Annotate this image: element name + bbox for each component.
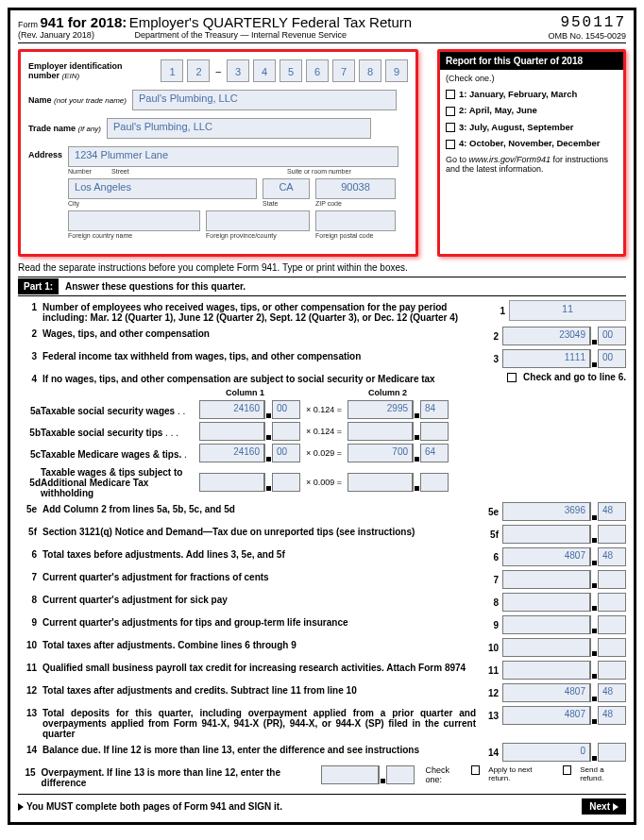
line14-d[interactable]: 0 [503, 744, 590, 761]
line15-c[interactable] [387, 766, 414, 783]
suite-label: Suite or room number [287, 168, 351, 175]
line9-c[interactable] [599, 616, 625, 633]
ein-digit[interactable]: 9 [385, 59, 408, 82]
ein-digit[interactable]: 5 [280, 59, 302, 82]
quarter-opt3: 3: July, August, September [459, 122, 573, 132]
line3-cents[interactable]: 00 [599, 350, 625, 367]
line5a-col1-c[interactable]: 00 [273, 401, 299, 418]
ein-digit[interactable]: 4 [253, 59, 276, 82]
name-input[interactable]: Paul's Plumbing, LLC [132, 90, 397, 110]
number-label: Number [68, 168, 106, 175]
line5a-col1-d[interactable]: 24160 [200, 401, 264, 418]
quarter-url: www.irs.gov/Form941 [469, 155, 551, 164]
line4-checkbox[interactable] [507, 373, 517, 382]
line2-dollars[interactable]: 23049 [503, 328, 590, 344]
line7-d[interactable] [503, 571, 590, 588]
line5e-c[interactable]: 48 [599, 503, 625, 520]
ein-inputs: 1 2 – 3 4 5 6 7 8 9 [161, 59, 408, 82]
line5f-d[interactable] [503, 526, 590, 543]
quarter-sub: (Check one.) [446, 74, 618, 83]
line12-c[interactable]: 48 [599, 684, 625, 701]
send-refund-label: Send a refund. [580, 765, 626, 782]
ein-digit[interactable]: 1 [161, 59, 183, 82]
foreign-postal-input[interactable] [315, 210, 396, 231]
form-rev: (Rev. January 2018) [18, 30, 94, 40]
instructions-text: Read the separate instructions before yo… [18, 262, 626, 273]
foreign-province-input[interactable] [206, 210, 310, 231]
line5d-col2-c[interactable] [421, 474, 448, 491]
fcountry-label: Foreign country name [68, 232, 200, 239]
line5b-col2-c[interactable] [421, 423, 448, 440]
quarter-opt2: 2: April, May, June [459, 105, 537, 115]
line13-c[interactable]: 48 [599, 707, 625, 724]
line5d-col1-d[interactable] [200, 474, 264, 491]
trade-input[interactable]: Paul's Plumbing, LLC [107, 118, 371, 139]
line5f-c[interactable] [599, 526, 625, 543]
line3-dollars[interactable]: 1111 [503, 350, 590, 367]
line5f-text: Section 3121(q) Notice and Demand—Tax du… [42, 527, 415, 537]
ein-digit[interactable]: 2 [187, 59, 210, 82]
line5d-col2-d[interactable] [348, 474, 413, 491]
city-input[interactable]: Los Angeles [68, 178, 257, 199]
quarter-q4-checkbox[interactable] [446, 140, 455, 149]
line3-text: Federal income tax withheld from wages, … [42, 351, 361, 361]
line13-d[interactable]: 4807 [503, 707, 590, 724]
line7-c[interactable] [599, 571, 625, 588]
line10-c[interactable] [599, 639, 625, 656]
line5c-col1-d[interactable]: 24160 [200, 445, 264, 462]
apply-next-label: Apply to next return. [488, 765, 551, 782]
ein-digit[interactable]: 3 [227, 59, 249, 82]
line5a-col2-c[interactable]: 84 [421, 401, 448, 418]
ein-digit[interactable]: 8 [359, 59, 381, 82]
line5d-col1-c[interactable] [273, 474, 299, 491]
apply-next-checkbox[interactable] [471, 765, 480, 775]
line5c-col1-c[interactable]: 00 [273, 445, 299, 462]
quarter-header: Report for this Quarter of 2018 [440, 52, 623, 70]
line11-d[interactable] [503, 662, 590, 679]
line5c-col2-d[interactable]: 700 [348, 445, 413, 462]
zip-input[interactable]: 90038 [315, 178, 396, 199]
state-input[interactable]: CA [263, 178, 310, 199]
line15-check-label: Check one: [426, 765, 466, 784]
line8-c[interactable] [599, 594, 625, 611]
zip-label: ZIP code [315, 200, 342, 207]
line5c-text: Taxable Medicare wages & tips. [41, 449, 181, 460]
line8-d[interactable] [503, 594, 590, 611]
line5d-text: Taxable wages & tips subject to Addition… [41, 467, 182, 498]
foreign-country-input[interactable] [68, 210, 200, 231]
send-refund-checkbox[interactable] [563, 765, 571, 775]
ein-digit[interactable]: 6 [306, 59, 329, 82]
part1-text: Answer these questions for this quarter. [61, 281, 246, 292]
quarter-opt4: 4: October, November, December [459, 138, 600, 148]
line6-c[interactable]: 48 [599, 548, 625, 565]
fpost-label: Foreign postal code [315, 232, 373, 239]
line1-value[interactable]: 11 [509, 300, 626, 321]
part1-label: Part 1: [18, 278, 59, 294]
line11-c[interactable] [599, 662, 625, 679]
next-button[interactable]: Next [582, 798, 626, 815]
line14-c[interactable] [599, 744, 625, 761]
line5c-col2-c[interactable]: 64 [421, 445, 448, 462]
quarter-q1-checkbox[interactable] [446, 90, 455, 99]
quarter-q3-checkbox[interactable] [446, 123, 455, 132]
line15-d[interactable] [322, 766, 379, 783]
line5b-col2-d[interactable] [348, 423, 413, 440]
line5b-col1-d[interactable] [200, 423, 264, 440]
trade-sublabel: (if any) [78, 125, 101, 133]
line6-d[interactable]: 4807 [503, 548, 590, 565]
line5e-d[interactable]: 3696 [503, 503, 590, 520]
line5b-col1-c[interactable] [273, 423, 299, 440]
street-input[interactable]: 1234 Plummer Lane [68, 146, 398, 167]
omb-number: OMB No. 1545-0029 [548, 31, 626, 41]
ein-sublabel: (EIN) [62, 72, 80, 80]
line5a-col2-d[interactable]: 2995 [348, 401, 413, 418]
line2-cents[interactable]: 00 [599, 328, 625, 344]
line12-d[interactable]: 4807 [503, 684, 590, 701]
ein-digit[interactable]: 7 [332, 59, 355, 82]
quarter-q2-checkbox[interactable] [446, 107, 455, 116]
line9-d[interactable] [503, 616, 590, 633]
name-sublabel: (not your trade name) [54, 96, 127, 105]
line10-d[interactable] [503, 639, 590, 656]
fprov-label: Foreign province/county [206, 232, 310, 239]
line4-check-label: Check and go to line 6. [523, 372, 626, 382]
